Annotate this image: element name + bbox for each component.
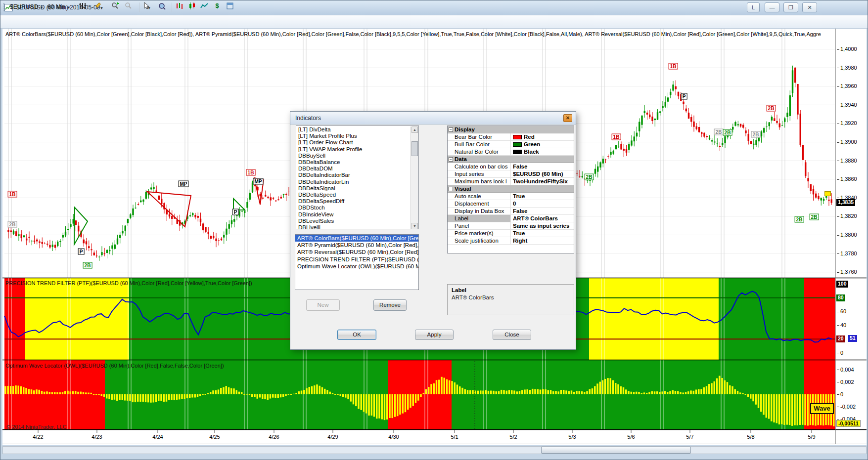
market-analyzer-icon[interactable] — [226, 2, 237, 12]
applied-indicator-item[interactable]: ART® Reversal($EURUSD (60 Min),Color [Re… — [295, 249, 418, 255]
applied-indicator-item[interactable]: ART® Pyramid($EURUSD (60 Min),Color [Red… — [295, 242, 418, 249]
property-row[interactable]: Maximum bars look lTwoHundredFiftySix — [448, 178, 574, 185]
horizontal-scrollbar-thumb[interactable] — [541, 447, 691, 454]
property-value[interactable]: True — [511, 230, 574, 237]
apply-button[interactable]: Apply — [415, 330, 454, 340]
indicator-properties-grid[interactable]: −DisplayBear Bar ColorRedBull Bar ColorG… — [447, 125, 574, 253]
indicator-list-item[interactable]: [LT] DivDelta — [296, 126, 418, 133]
indicator-list-item[interactable]: [LT] Order Flow Chart — [296, 139, 418, 146]
remove-button[interactable]: Remove — [373, 299, 407, 311]
property-name[interactable]: Panel — [448, 222, 511, 229]
property-row[interactable]: Input series$EURUSD (60 Min) — [448, 170, 574, 178]
date-axis-label: 5/7 — [682, 434, 698, 440]
applied-indicator-item[interactable]: ART® ColorBars($EURUSD (60 Min),Color [G… — [295, 235, 418, 242]
close-button[interactable]: Close — [493, 330, 531, 340]
property-name[interactable]: Displacement — [448, 200, 511, 207]
style-line-icon[interactable] — [200, 2, 211, 12]
list-scrollbar[interactable]: ▲ ▼ — [411, 126, 418, 229]
dialog-close-icon[interactable]: ✕ — [563, 114, 572, 122]
property-name[interactable]: Maximum bars look l — [448, 178, 511, 185]
property-name[interactable]: Price marker(s) — [448, 230, 511, 237]
scrollbar-thumb[interactable] — [411, 141, 418, 156]
link-button[interactable]: L — [747, 2, 760, 12]
indicator-list-item[interactable]: [LT] VWAP Market Profile — [296, 146, 418, 153]
property-row[interactable]: Calculate on bar closFalse — [448, 163, 574, 170]
indicator-list-item[interactable]: DBDeltaSignal — [296, 185, 418, 192]
property-row[interactable]: Display in Data BoxFalse — [448, 208, 574, 215]
indicator-list-item[interactable]: DBBuySell — [296, 153, 418, 159]
collapse-icon[interactable]: − — [449, 157, 453, 162]
horizontal-scrollbar[interactable] — [2, 446, 867, 454]
property-row[interactable]: Bear Bar ColorRed — [448, 133, 574, 141]
property-name[interactable]: Bull Bar Color — [448, 141, 511, 148]
property-row[interactable]: Price marker(s)True — [448, 230, 574, 237]
pointer-icon[interactable]: ▼ — [143, 2, 154, 12]
property-name[interactable]: Auto scale — [448, 193, 511, 200]
color-swatch — [513, 142, 522, 147]
ok-button[interactable]: OK — [337, 330, 376, 340]
applied-indicator-item[interactable]: Optimum Wave Locator (OWL)($EURUSD (60 M… — [295, 263, 418, 270]
scroll-up-icon[interactable]: ▲ — [411, 126, 418, 133]
property-name[interactable]: Natural Bar Color — [448, 148, 511, 155]
available-indicators-list[interactable]: [LT] DivDelta[LT] Market Profile Plus[LT… — [296, 125, 419, 229]
property-name[interactable]: Input series — [448, 170, 511, 177]
property-row[interactable]: LabelART® ColorBars — [448, 215, 574, 222]
axis-tick-label: 40 — [837, 322, 846, 329]
zoom-out-icon[interactable] — [124, 2, 135, 12]
close-button[interactable]: ✕ — [802, 2, 817, 12]
collapse-icon[interactable]: − — [449, 187, 453, 191]
property-section-header[interactable]: −Display — [448, 126, 574, 133]
property-value[interactable]: Red — [511, 133, 574, 140]
applied-indicators-list[interactable]: ART® ColorBars($EURUSD (60 Min),Color [G… — [295, 234, 419, 290]
scroll-down-icon[interactable]: ▼ — [411, 223, 418, 229]
data-box-icon[interactable] — [158, 2, 169, 12]
property-row[interactable]: Natural Bar ColorBlack — [448, 148, 574, 156]
property-value[interactable]: ART® ColorBars — [511, 215, 574, 222]
property-row[interactable]: Displacement0 — [448, 200, 574, 208]
indicator-list-item[interactable]: DBDeltaSpeed — [296, 192, 418, 198]
indicator-list-item[interactable]: DBDStoch — [296, 205, 418, 211]
property-row[interactable]: Bull Bar ColorGreen — [448, 141, 574, 148]
collapse-icon[interactable]: − — [449, 127, 453, 132]
property-value[interactable]: Green — [511, 141, 574, 148]
property-name[interactable]: Scale justification — [448, 237, 511, 244]
zoom-in-icon[interactable] — [111, 2, 122, 12]
indicators-icon[interactable]: ▼ — [79, 2, 90, 12]
property-section-header[interactable]: −Visual — [448, 185, 574, 193]
style-candles-icon[interactable] — [188, 2, 199, 12]
indicator-list-item[interactable]: DBLevelSales — [296, 218, 418, 224]
indicator-list-item[interactable]: DBDeltaSpeedDiff — [296, 198, 418, 205]
indicator-list-item[interactable]: DBInsideView — [296, 211, 418, 218]
property-value[interactable]: TwoHundredFiftySix — [511, 178, 574, 185]
property-value[interactable]: False — [511, 163, 574, 170]
restore-button[interactable]: ❐ — [783, 2, 798, 12]
property-value[interactable]: Black — [511, 148, 574, 155]
style-bars-icon[interactable] — [176, 2, 186, 12]
indicator-list-item[interactable]: DBDeltaDOM — [296, 166, 418, 172]
property-row[interactable]: Scale justificationRight — [448, 237, 574, 245]
new-button[interactable]: New — [306, 299, 340, 311]
property-name[interactable]: Label — [448, 215, 511, 222]
indicator-list-item[interactable]: [LT] Market Profile Plus — [296, 133, 418, 139]
indicator-list-item[interactable]: DBDeltaIndicatorLin — [296, 179, 418, 185]
minimize-button[interactable]: — — [765, 2, 779, 12]
indicator-list-item[interactable]: DBLivelli — [296, 224, 418, 229]
draw-icon[interactable]: ▼ — [95, 2, 106, 12]
property-value[interactable]: True — [511, 193, 574, 200]
property-name[interactable]: Bear Bar Color — [448, 133, 511, 140]
property-row[interactable]: PanelSame as input series — [448, 222, 574, 230]
property-row[interactable]: Auto scaleTrue — [448, 193, 574, 200]
property-value[interactable]: Right — [511, 237, 574, 244]
property-value[interactable]: False — [511, 208, 574, 214]
indicator-list-item[interactable]: DBDeltaIndicatorBar — [296, 172, 418, 178]
property-value[interactable]: 0 — [511, 200, 574, 207]
property-name[interactable]: Calculate on bar clos — [448, 163, 511, 170]
property-value[interactable]: $EURUSD (60 Min) — [511, 170, 574, 177]
dollar-icon[interactable]: $ — [213, 2, 224, 12]
dialog-title-bar[interactable] — [290, 112, 576, 125]
indicator-list-item[interactable]: DBDeltaBalance — [296, 159, 418, 166]
property-section-header[interactable]: −Data — [448, 156, 574, 163]
property-value[interactable]: Same as input series — [511, 222, 574, 229]
property-name[interactable]: Display in Data Box — [448, 208, 511, 214]
applied-indicator-item[interactable]: PRECISION TREND FILTER (PTF)($EURUSD (60 — [295, 256, 418, 263]
